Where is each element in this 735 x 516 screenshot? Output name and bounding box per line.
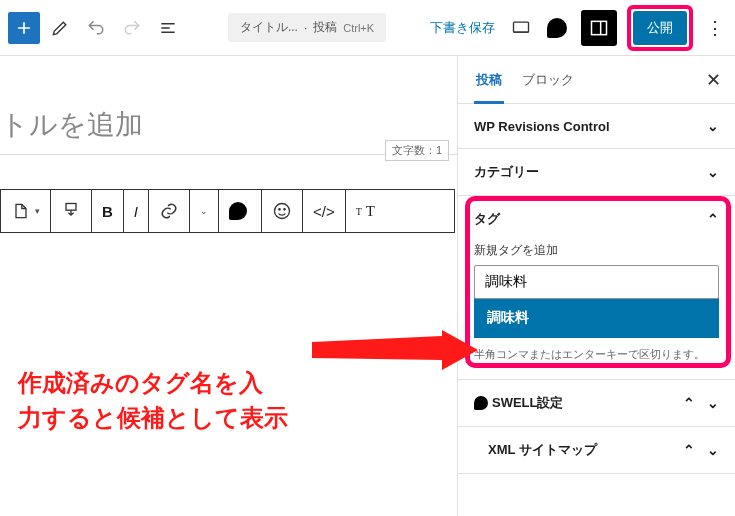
block-toolbar: ▾ B I ⌄ </> TT bbox=[0, 189, 455, 233]
settings-panel-toggle[interactable] bbox=[581, 10, 617, 46]
publish-button[interactable]: 公開 bbox=[633, 11, 687, 45]
annotation-arrow bbox=[312, 330, 478, 370]
text-transform-button[interactable]: TT bbox=[346, 190, 385, 232]
chevron-up-icon: ⌃ bbox=[683, 395, 695, 411]
add-block-button[interactable] bbox=[8, 12, 40, 44]
chevron-down-icon: ⌄ bbox=[707, 164, 719, 180]
panel-tag: タグ ⌃ 新規タグを追加 調味料 半角コンマまたはエンターキーで区切ります。 bbox=[458, 196, 735, 380]
panel-category: カテゴリー ⌄ bbox=[458, 149, 735, 196]
panel-xml-sitemap-header[interactable]: XML サイトマップ ⌃ ⌄ bbox=[458, 427, 735, 473]
emoji-button[interactable] bbox=[262, 190, 303, 232]
chevron-down-icon: ⌄ bbox=[707, 118, 719, 134]
sidebar-tabs: 投稿 ブロック ✕ bbox=[458, 56, 735, 104]
swell-topbar-icon[interactable] bbox=[547, 18, 571, 38]
tag-input[interactable] bbox=[474, 265, 719, 299]
tag-suggestion-item[interactable]: 調味料 bbox=[474, 298, 719, 338]
top-toolbar: タイトル... · 投稿 Ctrl+K 下書き保存 公開 ⋮ bbox=[0, 0, 735, 56]
document-outline-button[interactable] bbox=[152, 12, 184, 44]
doc-summary-title: タイトル... bbox=[240, 19, 298, 36]
bold-button[interactable]: B bbox=[92, 190, 124, 232]
doc-summary-type: 投稿 bbox=[313, 19, 337, 36]
document-summary-button[interactable]: タイトル... · 投稿 Ctrl+K bbox=[228, 13, 386, 42]
link-button[interactable] bbox=[149, 190, 190, 232]
svg-marker-6 bbox=[312, 330, 478, 370]
annotation-highlight-publish: 公開 bbox=[627, 5, 693, 51]
doc-summary-shortcut: Ctrl+K bbox=[343, 22, 374, 34]
block-type-button[interactable]: ▾ bbox=[1, 190, 51, 232]
settings-sidebar: 投稿 ブロック ✕ WP Revisions Control ⌄ カテゴリー ⌄… bbox=[457, 56, 735, 516]
svg-rect-1 bbox=[592, 21, 607, 34]
chevron-down-icon: ⌄ bbox=[200, 206, 208, 216]
chevron-down-icon: ▾ bbox=[35, 206, 40, 216]
swell-block-button[interactable] bbox=[219, 190, 262, 232]
more-options-button[interactable]: ⋮ bbox=[703, 17, 727, 39]
svg-rect-0 bbox=[514, 22, 529, 32]
panel-revisions: WP Revisions Control ⌄ bbox=[458, 104, 735, 149]
swell-icon bbox=[474, 396, 488, 410]
panel-category-header[interactable]: カテゴリー ⌄ bbox=[458, 149, 735, 195]
topbar-right-actions: 下書き保存 公開 ⋮ bbox=[430, 5, 727, 51]
tab-post[interactable]: 投稿 bbox=[466, 56, 512, 103]
edit-mode-button[interactable] bbox=[44, 12, 76, 44]
svg-point-3 bbox=[275, 204, 290, 219]
chevron-up-icon: ⌃ bbox=[683, 442, 695, 458]
italic-button[interactable]: I bbox=[124, 190, 149, 232]
character-count-badge: 文字数：1 bbox=[385, 140, 449, 161]
panel-swell: SWELL設定 ⌃ ⌄ bbox=[458, 380, 735, 427]
close-sidebar-button[interactable]: ✕ bbox=[700, 69, 727, 91]
panel-tag-header[interactable]: タグ ⌃ bbox=[458, 196, 735, 242]
save-draft-button[interactable]: 下書き保存 bbox=[430, 19, 495, 37]
panel-revisions-header[interactable]: WP Revisions Control ⌄ bbox=[458, 104, 735, 148]
tag-hint-text: 半角コンマまたはエンターキーで区切ります。 bbox=[474, 346, 719, 363]
preview-button[interactable] bbox=[505, 12, 537, 44]
html-button[interactable]: </> bbox=[303, 190, 346, 232]
undo-button[interactable] bbox=[80, 12, 112, 44]
tag-field-label: 新規タグを追加 bbox=[474, 242, 719, 259]
chevron-down-icon: ⌄ bbox=[707, 442, 719, 458]
svg-rect-2 bbox=[66, 204, 76, 211]
tab-block[interactable]: ブロック bbox=[512, 56, 584, 103]
chevron-down-icon: ⌄ bbox=[707, 395, 719, 411]
panel-xml-sitemap: XML サイトマップ ⌃ ⌄ bbox=[458, 427, 735, 474]
panel-swell-header[interactable]: SWELL設定 ⌃ ⌄ bbox=[458, 380, 735, 426]
svg-point-5 bbox=[284, 209, 285, 210]
chevron-up-icon: ⌃ bbox=[707, 211, 719, 227]
more-rich-text-button[interactable]: ⌄ bbox=[190, 190, 219, 232]
editor-canvas: トルを追加 文字数：1 ▾ B I ⌄ </> TT 作成済みのタグ名を bbox=[0, 56, 457, 516]
block-move-button[interactable] bbox=[51, 190, 92, 232]
annotation-text: 作成済みのタグ名を入 力すると候補として表示 bbox=[18, 366, 288, 436]
redo-button[interactable] bbox=[116, 12, 148, 44]
svg-point-4 bbox=[279, 209, 280, 210]
